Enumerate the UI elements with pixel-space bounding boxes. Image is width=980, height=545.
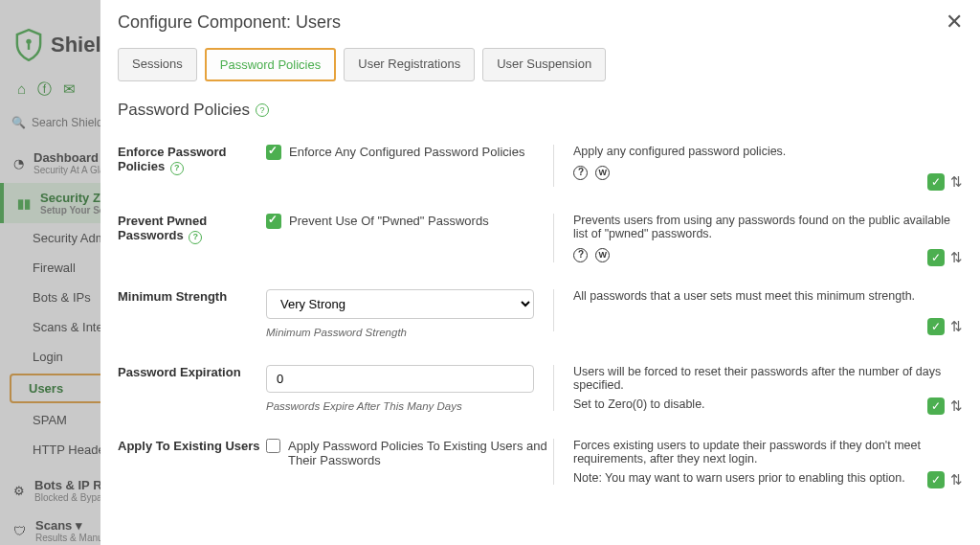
pwned-checkbox-label[interactable]: Prevent Use Of "Pwned" Passwords: [266, 214, 553, 229]
row-enforce-policies: Enforce Password Policies ? Enforce Any …: [118, 137, 963, 206]
status-check-icon: ✓: [927, 471, 945, 488]
wordpress-icon[interactable]: [595, 166, 610, 180]
tab-user-registrations[interactable]: User Registrations: [344, 48, 475, 81]
tab-user-suspension[interactable]: User Suspension: [482, 48, 606, 81]
expiration-input[interactable]: [266, 365, 534, 393]
status-check-icon: ✓: [927, 397, 945, 415]
status-check-icon: ✓: [927, 318, 945, 335]
close-icon[interactable]: ✕: [946, 11, 963, 33]
status-check-icon: ✓: [927, 249, 945, 266]
sort-icon[interactable]: ⇅: [950, 249, 963, 266]
help-icon[interactable]: ?: [256, 103, 269, 117]
existing-checkbox-label[interactable]: Apply Password Policies To Existing User…: [266, 439, 553, 467]
section-title: Password Policies ?: [118, 95, 963, 137]
existing-checkbox[interactable]: [266, 439, 280, 453]
wordpress-icon[interactable]: [595, 248, 610, 262]
help-link-icon[interactable]: [573, 248, 588, 262]
tab-password-policies[interactable]: Password Policies: [205, 48, 337, 81]
sort-icon[interactable]: ⇅: [950, 397, 963, 415]
tab-bar: Sessions Password Policies User Registra…: [118, 42, 963, 95]
row-apply-existing: Apply To Existing Users Apply Password P…: [118, 431, 963, 504]
strength-desc: All passwords that a user sets must meet…: [573, 289, 963, 303]
pwned-checkbox[interactable]: [266, 214, 281, 229]
enforce-checkbox[interactable]: [266, 145, 281, 160]
status-check-icon: ✓: [927, 173, 945, 191]
tab-sessions[interactable]: Sessions: [118, 48, 197, 81]
sort-icon[interactable]: ⇅: [950, 173, 963, 191]
enforce-checkbox-label[interactable]: Enforce Any Configured Password Policies: [266, 145, 553, 160]
pwned-desc: Prevents users from using any passwords …: [573, 214, 963, 240]
row-expiration: Password Expiration Passwords Expire Aft…: [118, 357, 963, 431]
sort-icon[interactable]: ⇅: [950, 318, 963, 335]
strength-select[interactable]: Very Strong: [266, 289, 534, 319]
enforce-desc: Apply any configured password policies.: [573, 145, 963, 158]
row-pwned: Prevent Pwned Passwords ? Prevent Use Of…: [118, 206, 963, 282]
modal-title: Configure Component: Users: [118, 12, 341, 33]
help-icon[interactable]: ?: [189, 231, 202, 244]
configure-modal: Configure Component: Users ✕ Sessions Pa…: [100, 0, 980, 545]
sort-icon[interactable]: ⇅: [950, 471, 963, 488]
help-link-icon[interactable]: [573, 166, 588, 180]
row-min-strength: Minimum Strength Very Strong Minimum Pas…: [118, 282, 963, 357]
help-icon[interactable]: ?: [170, 162, 184, 175]
